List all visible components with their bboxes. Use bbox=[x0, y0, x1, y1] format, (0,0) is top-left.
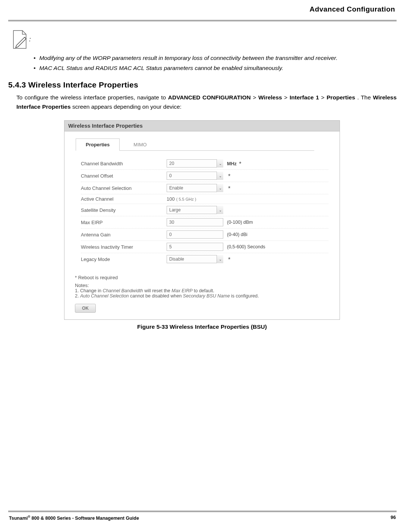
label-auto-channel-selection: Auto Channel Selection bbox=[81, 185, 167, 191]
form-area: Channel Bandwidth ⌄ MHz * Channel Offset… bbox=[64, 151, 340, 271]
row-auto-channel-selection: Auto Channel Selection ⌄ * bbox=[81, 182, 328, 194]
note-italic: Max EIRP bbox=[171, 288, 192, 293]
input-antenna-gain[interactable] bbox=[167, 230, 223, 239]
footer-rule-thin bbox=[8, 510, 397, 511]
row-channel-bandwidth: Channel Bandwidth ⌄ MHz * bbox=[81, 157, 328, 170]
value-active-channel: 100 bbox=[167, 196, 175, 202]
note-colon: : bbox=[29, 36, 31, 43]
row-active-channel: Active Channel 100 ( 5.5 GHz ) bbox=[81, 194, 328, 204]
breadcrumb-part: Wireless bbox=[258, 94, 282, 101]
body-text: To configure the wireless interface prop… bbox=[16, 94, 168, 101]
panel-titlebar: Wireless Interface Properties bbox=[64, 121, 340, 131]
label-antenna-gain: Antenna Gain bbox=[81, 232, 167, 238]
label-channel-bandwidth: Channel Bandwidth bbox=[81, 161, 167, 166]
select-auto-channel-selection[interactable] bbox=[167, 184, 223, 192]
input-max-eirp[interactable] bbox=[167, 218, 223, 226]
note-icon-row: : bbox=[12, 30, 397, 49]
reboot-star: * bbox=[239, 161, 241, 167]
ok-button[interactable]: OK bbox=[75, 304, 96, 313]
breadcrumb-part: ADVANCED CONFIGURATION bbox=[168, 94, 251, 101]
label-legacy-mode: Legacy Mode bbox=[81, 257, 167, 262]
bullet-text: MAC ACL Status and RADIUS MAC ACL Status… bbox=[39, 64, 283, 72]
reboot-star: * bbox=[228, 185, 230, 192]
note-num: 1. bbox=[75, 288, 79, 293]
page-footer: Tsunami® 800 & 8000 Series - Software Ma… bbox=[8, 510, 397, 521]
label-channel-offset: Channel Offset bbox=[81, 173, 167, 179]
header-rule-thin bbox=[8, 21, 397, 22]
row-max-eirp: Max EIRP (0-100) dBm bbox=[81, 216, 328, 229]
row-satellite-density: Satellite Density ⌄ bbox=[81, 204, 328, 216]
bullet-dot: • bbox=[34, 64, 35, 72]
section-number: 5.4.3 bbox=[8, 80, 26, 89]
note-bullets: • Modifying any of the WORP parameters r… bbox=[34, 54, 397, 72]
breadcrumb-part: Properties bbox=[327, 94, 355, 101]
header-rule-thick bbox=[8, 20, 397, 20]
footer-page-number: 96 bbox=[391, 515, 396, 521]
row-legacy-mode: Legacy Mode ⌄ * bbox=[81, 253, 328, 265]
note-text: to default. bbox=[194, 288, 214, 293]
reboot-star: * bbox=[228, 173, 230, 179]
note-text: will reset the bbox=[144, 288, 171, 293]
section-heading: 5.4.3 Wireless Interface Properties bbox=[8, 80, 397, 89]
note-line-2: 2. Auto Channel Selection cannot be disa… bbox=[75, 293, 340, 299]
select-channel-bandwidth[interactable] bbox=[167, 159, 223, 168]
bullet-item: • MAC ACL Status and RADIUS MAC ACL Stat… bbox=[34, 64, 397, 72]
row-wireless-inactivity-timer: Wireless Inactivity Timer (0,5-600) Seco… bbox=[81, 241, 328, 253]
notes-heading: Notes: bbox=[75, 283, 340, 288]
label-wireless-inactivity-timer: Wireless Inactivity Timer bbox=[81, 244, 167, 250]
note-italic: Auto Channel Selection bbox=[80, 293, 129, 299]
note-pencil-icon bbox=[12, 30, 28, 49]
input-wireless-inactivity-timer[interactable] bbox=[167, 243, 223, 251]
reboot-star: * bbox=[228, 257, 230, 263]
row-antenna-gain: Antenna Gain (0-40) dBi bbox=[81, 229, 328, 241]
tab-properties[interactable]: Properties bbox=[76, 138, 120, 151]
select-channel-offset[interactable] bbox=[167, 172, 223, 180]
note-italic: Secondary BSU Name bbox=[183, 293, 230, 299]
bullet-item: • Modifying any of the WORP parameters r… bbox=[34, 54, 397, 62]
footer-subtitle: 800 & 8000 Series - Software Management … bbox=[30, 516, 139, 521]
footer-left: Tsunami® 800 & 8000 Series - Software Ma… bbox=[9, 515, 139, 521]
note-line-1: 1. Change in Channel Bandwidth will rese… bbox=[75, 288, 340, 293]
figure-caption: Figure 5-33 Wireless Interface Propertie… bbox=[64, 324, 340, 330]
suffix-antenna-gain: (0-40) dBi bbox=[227, 232, 247, 237]
wireless-properties-panel: Wireless Interface Properties Properties… bbox=[64, 120, 340, 320]
suffix-wireless-inactivity-timer: (0,5-600) Seconds bbox=[227, 244, 265, 249]
label-active-channel: Active Channel bbox=[81, 196, 167, 202]
section-body: To configure the wireless interface prop… bbox=[16, 93, 397, 112]
body-text: . The bbox=[357, 94, 373, 101]
suffix-text: MHz bbox=[227, 161, 237, 166]
breadcrumb-sep: > bbox=[321, 94, 327, 101]
breadcrumb-sep: > bbox=[284, 94, 290, 101]
tab-mimo[interactable]: MIMO bbox=[123, 138, 157, 150]
page-header-title: Advanced Configuration bbox=[8, 5, 397, 13]
note-text: cannot be disabled when bbox=[130, 293, 183, 299]
select-legacy-mode[interactable] bbox=[167, 255, 223, 263]
footer-rule-thick bbox=[8, 512, 397, 512]
sub-active-channel: ( 5.5 GHz ) bbox=[176, 197, 196, 201]
footer-product: Tsunami bbox=[9, 516, 28, 521]
reboot-required-note: * Reboot is required bbox=[75, 275, 340, 280]
note-text: Change in bbox=[80, 288, 102, 293]
suffix-max-eirp: (0-100) dBm bbox=[227, 220, 253, 225]
breadcrumb-sep: > bbox=[253, 94, 258, 101]
tab-bar: Properties MIMO bbox=[76, 138, 314, 151]
body-text: screen appears depending on your device: bbox=[72, 103, 182, 110]
note-text: is configured. bbox=[231, 293, 259, 299]
suffix-channel-bandwidth: MHz * bbox=[227, 160, 241, 167]
note-num: 2. bbox=[75, 293, 79, 299]
label-satellite-density: Satellite Density bbox=[81, 207, 167, 213]
select-satellite-density[interactable] bbox=[167, 206, 223, 214]
row-channel-offset: Channel Offset ⌄ * bbox=[81, 170, 328, 182]
note-italic: Channel Bandwidth bbox=[102, 288, 143, 293]
bullet-text: Modifying any of the WORP parameters res… bbox=[39, 54, 337, 62]
bullet-dot: • bbox=[34, 54, 35, 62]
label-max-eirp: Max EIRP bbox=[81, 220, 167, 225]
section-title: Wireless Interface Properties bbox=[28, 80, 138, 89]
breadcrumb-part: Interface 1 bbox=[290, 94, 319, 101]
